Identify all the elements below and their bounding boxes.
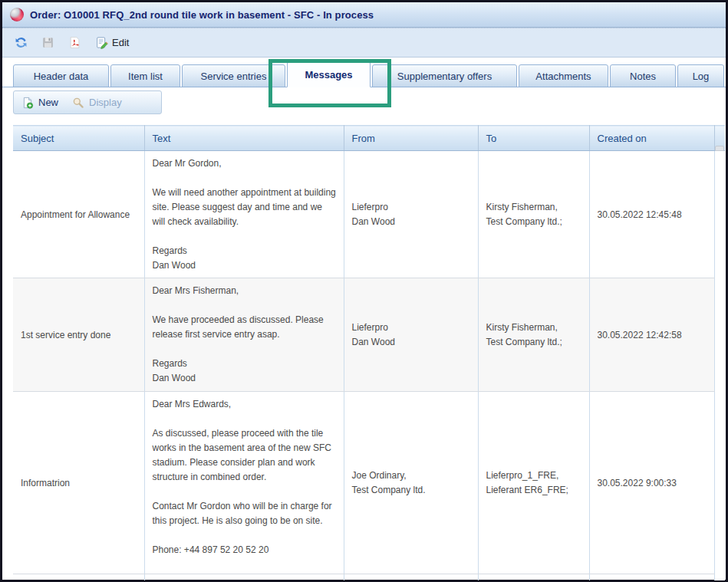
cell-subject: 1st service entry done: [13, 278, 144, 392]
window-title: Order: O10001 RFQ_2nd round tile work in…: [30, 9, 374, 21]
cell-subject: Informatrion: [13, 392, 144, 574]
message-row[interactable]: Informatrion Dear Mrs Edwards, As discus…: [13, 392, 725, 574]
cell-text: Dear Mr Gordon, We will need another app…: [153, 156, 338, 273]
cell-created-on: 30.05.2022 12:45:48: [589, 151, 714, 278]
column-header-subject[interactable]: Subject: [13, 126, 144, 151]
order-window: Order: O10001 RFQ_2nd round tile work in…: [0, 0, 728, 582]
cell-to: Kirsty Fisherman, Test Company ltd.;: [486, 321, 583, 350]
tab-label: Messages: [305, 69, 352, 81]
column-header-from[interactable]: From: [344, 126, 478, 151]
save-button[interactable]: [40, 35, 56, 51]
tab-log[interactable]: Log: [677, 64, 724, 87]
cell-from: Lieferpro Dan Wood: [352, 321, 472, 350]
cell-to: Kirsty Fisherman, Test Company ltd.;: [486, 200, 583, 229]
messages-table: Subject Text From To Created on Appointm…: [13, 125, 725, 580]
display-button-label: Display: [89, 97, 122, 108]
row-edge: [714, 151, 725, 278]
message-action-bar: New Display: [2, 87, 726, 115]
edit-button[interactable]: Edit: [94, 35, 130, 51]
tab-label: Supplementary offers: [397, 71, 492, 82]
display-message-button[interactable]: Display: [72, 97, 122, 109]
cell-from: Joe Ordinary, Test Company ltd.: [352, 469, 472, 498]
cell-from: Lieferpro Dan Wood: [352, 200, 472, 229]
action-button-group: New Display: [13, 90, 162, 114]
header-edge: [714, 126, 725, 151]
cell-text: Dear Mrs Fisherman, We have proceeded as…: [153, 284, 338, 386]
tab-label: Header data: [34, 71, 89, 82]
tab-service-entries[interactable]: Service entries: [182, 64, 285, 87]
tab-attachments[interactable]: Attachments: [519, 64, 608, 87]
tab-label: Notes: [630, 71, 656, 82]
tab-item-list[interactable]: Item list: [110, 64, 180, 87]
new-button-label: New: [38, 97, 58, 108]
row-edge: [714, 278, 725, 392]
refresh-icon: [15, 36, 28, 49]
tab-notes[interactable]: Notes: [610, 64, 676, 87]
cell-text: Dear Mrs Edwards, As discussed, please p…: [153, 397, 338, 557]
tab-strip: Header data Item list Service entries Me…: [2, 58, 726, 87]
message-row[interactable]: Appointment for Allowance Dear Mr Gordon…: [13, 151, 725, 278]
magnifier-icon: [72, 97, 84, 109]
tab-supplementary-offers[interactable]: Supplementary offers: [372, 64, 517, 87]
cell-created-on: 30.05.2022 9:00:33: [589, 392, 714, 574]
message-row[interactable]: 1st service entry done Dear Mrs Fisherma…: [13, 278, 725, 392]
toolbar: Edit: [2, 28, 726, 58]
title-bar: Order: O10001 RFQ_2nd round tile work in…: [2, 2, 726, 28]
new-message-button[interactable]: New: [21, 97, 58, 109]
refresh-button[interactable]: [13, 35, 29, 51]
messages-table-wrap: Subject Text From To Created on Appointm…: [13, 125, 725, 580]
column-header-created-on[interactable]: Created on: [589, 126, 714, 151]
table-header-row: Subject Text From To Created on: [13, 126, 725, 151]
new-document-icon: [21, 97, 34, 109]
empty-row: [13, 574, 725, 580]
cell-to: Lieferpro_1_FRE, Lieferant ER6_FRE;: [486, 469, 583, 498]
scrollbar-thumb[interactable]: [715, 146, 724, 151]
pdf-button[interactable]: [67, 35, 83, 51]
pdf-icon: [68, 36, 81, 49]
app-sphere-icon: [10, 8, 24, 21]
tab-header-data[interactable]: Header data: [13, 64, 109, 87]
column-header-text[interactable]: Text: [144, 126, 344, 151]
tab-messages[interactable]: Messages: [287, 61, 371, 87]
column-header-to[interactable]: To: [478, 126, 589, 151]
tab-label: Item list: [128, 71, 163, 82]
tab-label: Attachments: [535, 71, 591, 82]
row-edge: [714, 392, 725, 574]
edit-icon: [95, 36, 108, 49]
save-icon: [41, 36, 54, 49]
cell-created-on: 30.05.2022 12:42:58: [589, 278, 714, 392]
cell-subject: Appointment for Allowance: [13, 151, 144, 278]
edit-button-label: Edit: [112, 37, 129, 48]
screen: Order: O10001 RFQ_2nd round tile work in…: [0, 0, 728, 582]
tab-label: Service entries: [201, 71, 267, 82]
tab-label: Log: [693, 71, 710, 82]
